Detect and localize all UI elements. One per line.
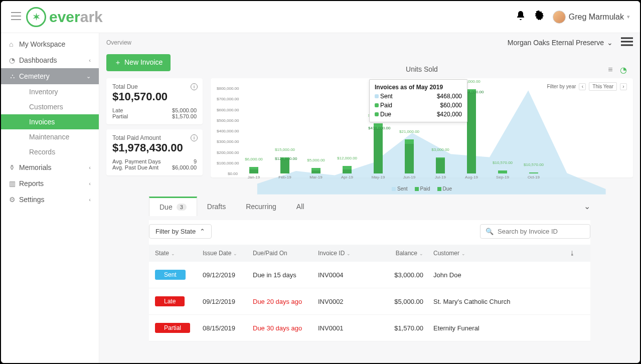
cell-customer: Eternity Funeral bbox=[433, 324, 569, 332]
page-menu-icon[interactable] bbox=[621, 37, 633, 48]
bar-due bbox=[311, 170, 320, 173]
bar-due bbox=[405, 144, 414, 174]
sidebar-sub-records[interactable]: Records bbox=[1, 144, 99, 159]
sidebar-item-label: Settings bbox=[19, 196, 89, 204]
info-icon[interactable]: i bbox=[191, 83, 198, 90]
org-name: Morgan Oaks Eternal Preserve bbox=[508, 39, 604, 47]
x-tick: Oct-19 bbox=[528, 175, 540, 179]
row-label: Avg. Past Due Amt bbox=[112, 164, 158, 170]
menu-icon[interactable] bbox=[11, 12, 21, 22]
sidebar-sub-maintenance[interactable]: Maintenance bbox=[1, 129, 99, 144]
chart-icon: ▥ bbox=[9, 179, 19, 188]
col-customer: Customer bbox=[433, 250, 459, 257]
pie-icon[interactable]: ◔ bbox=[619, 65, 628, 74]
state-chip: Partial bbox=[155, 323, 190, 333]
gear-icon: ⚙ bbox=[9, 196, 19, 204]
gear-icon[interactable] bbox=[534, 10, 545, 24]
bar-label: $12,000.00 bbox=[337, 156, 357, 160]
memorial-icon: ⚱ bbox=[9, 163, 19, 171]
filter-state-label: Filter by State bbox=[155, 228, 196, 235]
sort-icon[interactable]: ⌄ bbox=[419, 251, 423, 256]
bar-paid bbox=[498, 170, 507, 173]
bar-label: $6,000.00 bbox=[244, 157, 264, 161]
tab-label: Due bbox=[159, 203, 173, 211]
sidebar-sub-inventory[interactable]: Inventory bbox=[1, 84, 99, 99]
tip-value: $420,000 bbox=[437, 111, 462, 118]
row-value: $1,570.00 bbox=[172, 113, 197, 119]
filter-state-button[interactable]: Filter by State⌃ bbox=[149, 224, 212, 239]
new-invoice-button[interactable]: ＋New Invoice bbox=[106, 54, 171, 71]
user-menu[interactable]: Greg Marmulak ▾ bbox=[553, 11, 630, 24]
sidebar-sub-invoices[interactable]: Invoices bbox=[1, 114, 99, 129]
tab-due[interactable]: Due3 bbox=[149, 197, 197, 216]
bell-icon[interactable] bbox=[516, 10, 526, 24]
breadcrumb: Overview bbox=[106, 39, 131, 46]
y-tick: $300,000.00 bbox=[217, 139, 238, 144]
expand-icon[interactable]: ⌄ bbox=[584, 202, 590, 211]
app-header: ✶ everark Greg Marmulak ▾ bbox=[1, 1, 640, 33]
col-state: State bbox=[155, 250, 169, 257]
sidebar-item-memorials[interactable]: ⚱Memorials‹ bbox=[1, 159, 99, 175]
col-due: Due/Paid On bbox=[253, 250, 287, 257]
tab-recurring[interactable]: Recurring bbox=[236, 198, 286, 216]
bar-due bbox=[280, 159, 289, 173]
sidebar: ⌂My Workspace ◔Dashboards‹ ⛬Cemetery⌄ In… bbox=[1, 33, 99, 363]
data-icon[interactable]: ≡ bbox=[606, 65, 615, 74]
chevron-left-icon: ‹ bbox=[89, 197, 91, 203]
x-tick: Jan-19 bbox=[248, 175, 260, 179]
user-name: Greg Marmulak bbox=[569, 13, 624, 22]
x-tick: Jun-19 bbox=[403, 175, 415, 179]
y-tick: $800,000.00 bbox=[217, 86, 238, 91]
table-row[interactable]: Sent 09/12/2019 Due in 15 days INV0004 $… bbox=[149, 262, 590, 288]
chart-title: Units Sold bbox=[406, 65, 438, 73]
search-box[interactable]: 🔍 bbox=[480, 224, 590, 239]
bar-label: $5,000.00 bbox=[306, 158, 326, 162]
sidebar-item-workspace[interactable]: ⌂My Workspace bbox=[1, 36, 99, 52]
legend-item: Due bbox=[437, 186, 452, 192]
row-label: Avg. Payment Days bbox=[112, 158, 161, 164]
bar-label: $21,000.00 bbox=[399, 129, 419, 134]
sidebar-sub-customers[interactable]: Customers bbox=[1, 99, 99, 114]
bar-label: $10,570.00 bbox=[493, 160, 513, 165]
row-label: Partial bbox=[112, 113, 128, 119]
x-tick: May-19 bbox=[372, 175, 385, 179]
sidebar-item-reports[interactable]: ▥Reports‹ bbox=[1, 175, 99, 192]
y-tick: $200,000.00 bbox=[217, 150, 238, 154]
sort-icon[interactable]: ⌄ bbox=[233, 251, 237, 256]
chevron-down-icon: ⌄ bbox=[607, 39, 613, 47]
download-icon[interactable]: ⭳ bbox=[569, 250, 584, 257]
plus-icon: ＋ bbox=[114, 58, 121, 67]
sort-icon[interactable]: ⌄ bbox=[347, 251, 351, 256]
tab-drafts[interactable]: Drafts bbox=[197, 198, 236, 216]
y-tick: $0.00 bbox=[217, 171, 238, 176]
tab-all[interactable]: All bbox=[286, 198, 314, 216]
sidebar-item-label: Reports bbox=[19, 179, 89, 188]
brand-logo: ✶ everark bbox=[26, 7, 103, 27]
col-balance: Balance bbox=[396, 250, 417, 257]
bar-due bbox=[343, 169, 352, 174]
sidebar-item-cemetery[interactable]: ⛬Cemetery⌄ bbox=[1, 68, 99, 84]
cell-due: Due 20 days ago bbox=[253, 298, 318, 305]
total-paid-card: i Total Paid Amount $1,978,430.00 Avg. P… bbox=[106, 129, 203, 175]
sidebar-item-settings[interactable]: ⚙Settings‹ bbox=[1, 192, 99, 208]
row-label: Late bbox=[112, 107, 123, 113]
org-selector[interactable]: Morgan Oaks Eternal Preserve⌄ bbox=[508, 39, 613, 47]
sort-icon[interactable]: ⌄ bbox=[461, 251, 465, 256]
search-input[interactable] bbox=[498, 228, 585, 235]
tip-label: Sent bbox=[380, 93, 393, 100]
sort-icon[interactable]: ⌄ bbox=[171, 251, 175, 256]
tip-value: $468,000 bbox=[437, 93, 462, 100]
table-row[interactable]: Late 09/12/2019 Due 20 days ago INV0002 … bbox=[149, 288, 590, 315]
bar-label: $3,000.00 bbox=[430, 147, 450, 152]
cell-customer: St. Mary's Catholic Church bbox=[433, 298, 569, 305]
cell-issue: 09/12/2019 bbox=[203, 271, 253, 279]
sidebar-item-dashboards[interactable]: ◔Dashboards‹ bbox=[1, 52, 99, 68]
table-row[interactable]: Partial 08/15/2019 Due 30 days ago INV00… bbox=[149, 315, 590, 341]
x-tick: Apr-19 bbox=[341, 175, 353, 179]
cell-issue: 09/12/2019 bbox=[203, 298, 253, 305]
info-icon[interactable]: i bbox=[191, 134, 198, 141]
bar-due bbox=[467, 93, 476, 174]
state-chip: Late bbox=[155, 296, 185, 306]
total-due-card: i Total Due $10,570.00 Late$5,000.00 Par… bbox=[106, 78, 203, 124]
card-title: Total Due bbox=[112, 83, 197, 90]
